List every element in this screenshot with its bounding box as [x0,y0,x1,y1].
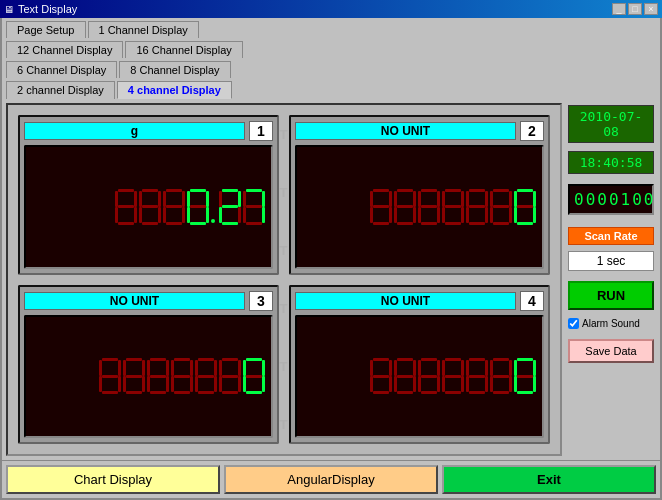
channel-3-led [24,315,273,439]
tab-12-channel[interactable]: 12 Channel Display [6,41,123,58]
window-icon: 🖥 [4,4,14,15]
time-display: 18:40:58 [568,151,654,174]
digit [514,189,536,225]
digit [370,358,392,394]
tab-8-channel[interactable]: 8 Channel Display [119,61,230,78]
digit [195,358,217,394]
title-bar: 🖥 Text Display _ □ × [0,0,662,18]
close-button[interactable]: × [644,3,658,15]
digit [490,189,512,225]
channel-1-unit: g [24,122,245,140]
digit [163,189,185,225]
minimize-button[interactable]: _ [612,3,626,15]
channel-2-number: 2 [520,121,544,141]
title-text: Text Display [18,3,77,15]
digit [466,189,488,225]
digit [418,189,440,225]
exit-button[interactable]: Exit [442,465,656,494]
digit [466,358,488,394]
digit [394,358,416,394]
digit [187,189,209,225]
digit [394,189,416,225]
channel-2-unit: NO UNIT [295,122,516,140]
channel-2-led [295,145,544,269]
tab-6-channel[interactable]: 6 Channel Display [6,61,117,78]
content-area: LEGATOOL LEGATOOL LEGATOOL LEGATOOL LEGA… [2,99,660,460]
channel-4-header: NO UNIT 4 [295,291,544,311]
channel-1-led [24,145,273,269]
channel-3-unit: NO UNIT [24,292,245,310]
channel-2-display: NO UNIT 2 [289,115,550,275]
digit [99,358,121,394]
digit [171,358,193,394]
digit [418,358,440,394]
tab-16-channel[interactable]: 16 Channel Display [125,41,242,58]
chart-display-button[interactable]: Chart Display [6,465,220,494]
digit [490,358,512,394]
channel-1-number: 1 [249,121,273,141]
digit [370,189,392,225]
channel-4-led [295,315,544,439]
tab-row-1: Page Setup 1 Channel Display [2,18,660,38]
scan-rate-value[interactable]: 1 sec [568,251,654,271]
channel-3-display: NO UNIT 3 [18,285,279,445]
tab-2-channel[interactable]: 2 channel Display [6,81,115,99]
bottom-bar: Chart Display AngularDisplay Exit [2,460,660,498]
channel-4-display: NO UNIT 4 [289,285,550,445]
digit [115,189,137,225]
digit [219,189,241,225]
counter-display: 0000100 [568,184,654,215]
maximize-button[interactable]: □ [628,3,642,15]
digit [442,358,464,394]
tab-row-2: 12 Channel Display 16 Channel Display [2,38,660,58]
alarm-row: Alarm Sound [568,318,654,329]
run-button[interactable]: RUN [568,281,654,310]
tab-row-3: 6 Channel Display 8 Channel Display [2,58,660,78]
date-display: 2010-07-08 [568,105,654,143]
tab-4-channel[interactable]: 4 channel Display [117,81,232,99]
channel-3-header: NO UNIT 3 [24,291,273,311]
left-panel: LEGATOOL LEGATOOL LEGATOOL LEGATOOL LEGA… [6,103,562,456]
tab-1-channel[interactable]: 1 Channel Display [88,21,199,38]
channel-1-display: g 1 [18,115,279,275]
scan-rate-label: Scan Rate [568,227,654,245]
channel-1-header: g 1 [24,121,273,141]
channel-4-unit: NO UNIT [295,292,516,310]
digit [139,189,161,225]
tab-page-setup[interactable]: Page Setup [6,21,86,38]
digit [243,358,265,394]
window-controls: _ □ × [612,3,658,15]
digit [243,189,265,225]
right-panel: 2010-07-08 18:40:58 0000100 Scan Rate 1 … [566,103,656,456]
digit [123,358,145,394]
save-data-button[interactable]: Save Data [568,339,654,363]
channel-3-number: 3 [249,291,273,311]
channel-2-header: NO UNIT 2 [295,121,544,141]
angular-display-button[interactable]: AngularDisplay [224,465,438,494]
digit [442,189,464,225]
digit [514,358,536,394]
tab-row-4: 2 channel Display 4 channel Display [2,78,660,99]
channel-4-number: 4 [520,291,544,311]
main-window: Page Setup 1 Channel Display 12 Channel … [0,18,662,500]
digit [147,358,169,394]
digit [219,358,241,394]
decimal-point [211,189,217,225]
alarm-checkbox[interactable] [568,318,579,329]
channel-grid: g 1 [18,115,550,444]
alarm-label: Alarm Sound [582,318,640,329]
